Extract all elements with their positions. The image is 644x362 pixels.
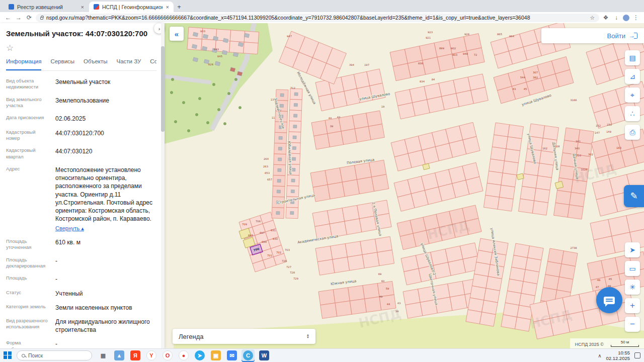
layers-button[interactable]: ▤ [625, 50, 640, 65]
new-tab-button[interactable]: + [174, 2, 184, 12]
extent-button[interactable]: ▭ [625, 261, 640, 276]
panel-tab[interactable]: Сервисы [50, 58, 74, 70]
tray-expand-icon[interactable]: ∧ [598, 353, 601, 358]
identify-button[interactable]: ⌖ [625, 87, 640, 103]
opera-app[interactable]: O [161, 349, 174, 362]
field-label: Кадастровый квартал [6, 147, 55, 160]
yandex-start-app[interactable]: Y [145, 349, 158, 362]
taskbar-apps: ▦▲ЯYO●➤▣✉CW [97, 349, 271, 362]
snap-button[interactable]: ✳ [625, 280, 640, 295]
field-label: Площадь уточненная [6, 238, 55, 251]
downloads-icon[interactable]: ↓ [612, 14, 620, 21]
field-row: Площадь уточненная610 кв. м [6, 235, 156, 254]
lock-icon[interactable] [40, 17, 43, 20]
start-button[interactable] [4, 351, 12, 360]
panel-tab[interactable]: Части ЗУ [117, 58, 141, 70]
zoom-out-button[interactable]: − [625, 317, 640, 332]
red-media-app[interactable]: ● [177, 349, 190, 362]
taskbar-clock[interactable]: 10:55 02.12.2025 [606, 350, 630, 361]
svg-text:933: 933 [200, 30, 205, 33]
layers-icon: ▤ [629, 54, 635, 62]
chevron-updown-icon: ▲▼ [306, 334, 309, 339]
browser-menu-icon[interactable]: ⋮ [632, 14, 640, 21]
collapse-panel-button[interactable]: « [170, 27, 184, 41]
field-row: Кадастровый квартал44:07:030120 [6, 144, 156, 163]
collapse-address-link[interactable]: Свернуть ▴ [55, 225, 156, 232]
svg-text:701: 701 [267, 254, 272, 257]
field-row: Дата присвоения02.06.2025 [6, 112, 156, 126]
chat-button[interactable] [596, 287, 622, 313]
zoom-in-button[interactable]: + [625, 298, 640, 313]
svg-text:149: 149 [606, 130, 611, 133]
svg-text:43: 43 [337, 116, 341, 119]
field-label: Адрес [6, 166, 55, 172]
field-label: Дата присвоения [6, 115, 55, 121]
word-app[interactable]: W [258, 349, 271, 362]
tab-close-icon[interactable]: × [81, 4, 84, 10]
taskbar-search[interactable]: Поиск [17, 350, 92, 360]
legend-dropdown[interactable]: Легенда ▲▼ [173, 329, 315, 344]
reload-icon[interactable]: ⟳ [25, 14, 33, 21]
extensions-icon[interactable]: ❖ [602, 14, 610, 21]
svg-text:698: 698 [248, 234, 253, 237]
draw-tool-button[interactable]: ✎ [624, 185, 644, 207]
profile-avatar[interactable] [623, 15, 629, 21]
system-tray: ∧ 10:55 02.12.2025 [598, 350, 640, 361]
svg-text:150: 150 [607, 123, 612, 126]
clock-date: 02.12.2025 [606, 355, 630, 361]
panel-tab[interactable]: Объекты [84, 58, 107, 70]
panel-scrollbar[interactable] [161, 23, 165, 348]
panel-tab[interactable]: Сост [150, 58, 156, 70]
svg-text:643: 643 [214, 48, 219, 51]
svg-text:310: 310 [576, 154, 581, 157]
scrollbar-thumb[interactable] [161, 46, 165, 132]
share-button[interactable]: ∴ [625, 106, 640, 121]
frame-icon: ▭ [629, 264, 635, 273]
svg-text:726: 726 [282, 259, 287, 262]
svg-text:947: 947 [287, 35, 292, 38]
cadastral-map[interactable]: 7009336436456289479239219288658648999029… [165, 23, 644, 348]
mail-app[interactable]: ✉ [225, 349, 238, 362]
svg-text:630: 630 [273, 237, 278, 240]
tab-close-icon[interactable]: × [166, 4, 169, 10]
share-icon: ∴ [630, 110, 635, 118]
browser-tab-nspd[interactable]: НСПД | Геоинформационный п... × [89, 2, 174, 12]
login-bar[interactable]: Войти → [541, 28, 644, 43]
active-browser-app[interactable]: C [242, 349, 255, 362]
svg-text:864: 864 [509, 35, 515, 38]
page-title: Земельный участок: 44:07:030120:700 [6, 29, 156, 38]
measure-button[interactable]: ⊿ [625, 69, 640, 84]
widgets-app[interactable]: ▲ [113, 349, 126, 362]
svg-text:19: 19 [381, 105, 385, 108]
locate-button[interactable]: ➤ [625, 242, 640, 257]
svg-text:263: 263 [263, 165, 268, 168]
yandex-browser-app[interactable]: Я [129, 349, 142, 362]
map-area[interactable]: 7009336436456289479239219288658648999029… [165, 23, 644, 348]
favorite-star-icon[interactable]: ☆ [6, 43, 156, 53]
login-icon: → [629, 32, 637, 39]
scale-bar [611, 345, 639, 347]
svg-text:45: 45 [524, 87, 527, 90]
print-button[interactable]: ⎙ [625, 125, 640, 140]
tab-favicon [94, 4, 99, 10]
svg-text:923: 923 [428, 31, 433, 34]
url-text[interactable]: nspd.gov.ru/map?thematic=PKK&zoom=16.666… [46, 15, 587, 21]
svg-text:197: 197 [364, 63, 369, 66]
address-bar[interactable]: nspd.gov.ru/map?thematic=PKK&zoom=16.666… [36, 14, 599, 22]
svg-text:697: 697 [260, 231, 265, 234]
notification-center-icon[interactable] [634, 352, 640, 358]
forward-icon[interactable]: → [15, 14, 23, 21]
browser-tab-registry[interactable]: Реестр извещений × [4, 2, 89, 12]
telegram-app[interactable]: ➤ [193, 349, 206, 362]
legend-label: Легенда [179, 333, 203, 340]
field-label: Категория земель [6, 304, 55, 310]
scale-label: 50 м [621, 340, 629, 345]
login-label[interactable]: Войти [607, 32, 625, 40]
svg-text:69: 69 [378, 273, 382, 276]
task-view-app[interactable]: ▦ [97, 349, 110, 362]
panel-tab[interactable]: Информация [6, 58, 41, 70]
back-icon[interactable]: ← [4, 14, 12, 21]
field-value: - [55, 340, 57, 348]
file-explorer-app[interactable]: ▣ [209, 349, 222, 362]
bookmark-star-icon[interactable]: ☆ [590, 15, 595, 21]
